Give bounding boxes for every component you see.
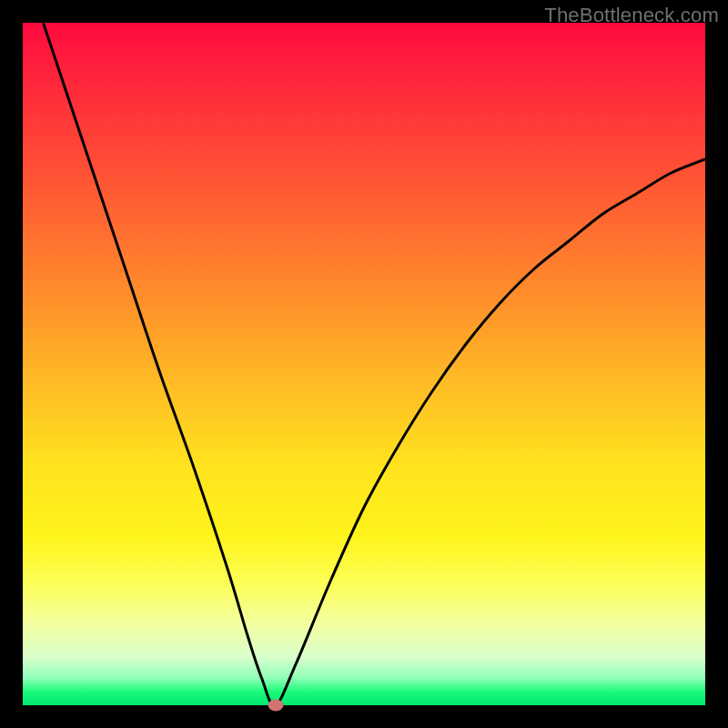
chart-plot-area [23, 23, 705, 705]
optimal-point-marker [268, 700, 283, 712]
watermark-text: TheBottleneck.com [544, 4, 719, 27]
bottleneck-curve [23, 23, 705, 705]
